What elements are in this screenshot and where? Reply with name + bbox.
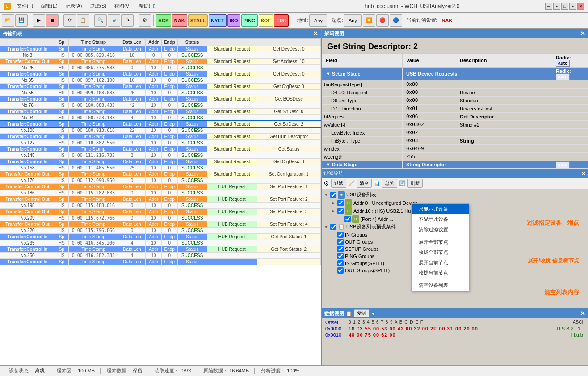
table-row[interactable]: Transfer:Control In Sp Time Stamp Data L… bbox=[0, 159, 321, 165]
fn-refresh-btn[interactable]: 刷新 bbox=[407, 179, 423, 188]
tree-cond-check-1[interactable] bbox=[337, 239, 344, 245]
tree-root-check[interactable] bbox=[330, 192, 336, 198]
fn-clear-btn[interactable]: 清空 bbox=[357, 179, 372, 188]
ctx-item-6[interactable]: 展开当前节点 bbox=[412, 258, 469, 268]
decode-table-container[interactable]: Field Value Description Radix: auto bbox=[322, 53, 588, 169]
tree-cond-check-0[interactable] bbox=[337, 232, 344, 238]
toolbar-sof[interactable]: SOF bbox=[259, 14, 273, 27]
hex-dropdown[interactable]: ▼ bbox=[371, 311, 375, 316]
toolbar-settings[interactable]: ⚙ bbox=[139, 14, 151, 27]
toolbar-doc[interactable]: 📋 bbox=[77, 14, 89, 27]
table-row[interactable]: No.108 HS 0:00.100.913.616 22 10 0 SUCCE… bbox=[0, 127, 321, 134]
table-row[interactable]: Transfer:Control In Sp Time Stamp Data L… bbox=[0, 259, 321, 265]
table-row[interactable]: No.158 HS 0:00.111.465.550 25 10 0 SUCCE… bbox=[0, 165, 321, 171]
trans-table[interactable]: Sp Time Stamp Data Len Addr Endp Status bbox=[0, 38, 321, 365]
table-row[interactable]: No.250 HS 0:00.416.582.383 4 10 0 SUCCES… bbox=[0, 253, 321, 259]
btn-close[interactable]: ✕ bbox=[577, 3, 584, 10]
toolbar-ping[interactable]: PING bbox=[241, 14, 258, 27]
toolbar-filter2[interactable]: 🔴 bbox=[376, 14, 389, 27]
toolbar-open[interactable]: 📂 bbox=[2, 14, 14, 27]
table-row[interactable]: Transfer:Control In Sp Time Stamp Data L… bbox=[0, 96, 321, 102]
btn-tile2[interactable]: ▪ bbox=[569, 3, 576, 10]
tree-root[interactable]: ▼ ⊕ USB设备列表 bbox=[323, 191, 586, 199]
toolbar-ack[interactable]: ACK bbox=[156, 14, 171, 27]
tree-cond-check-5[interactable] bbox=[337, 267, 344, 274]
table-row[interactable]: Transfer:Control In Sp Time Stamp Data L… bbox=[0, 109, 321, 115]
menu-record[interactable]: 记录(A) bbox=[62, 2, 86, 10]
table-row[interactable]: No.198 HS 0:00.115.488.016 0 10 0 SUCCES… bbox=[0, 203, 321, 209]
menu-file[interactable]: 文件(F) bbox=[13, 2, 37, 10]
table-row[interactable]: Transfer:Control In Sp Time Stamp Data L… bbox=[0, 234, 321, 240]
table-row[interactable]: Transfer:Control In Sp Time Stamp Data L… bbox=[0, 71, 321, 77]
toolbar-search[interactable]: 🔍 bbox=[94, 14, 107, 27]
ctx-item-1[interactable]: 不显示此设备 bbox=[412, 214, 469, 224]
radix-select[interactable]: auto bbox=[556, 60, 570, 67]
fn-overview-btn[interactable]: 总览 bbox=[382, 179, 397, 188]
table-row[interactable]: No.220 HS 0:00.115.796.866 0 10 0 SUCCES… bbox=[0, 228, 321, 234]
table-row[interactable]: Transfer:Control Out Sp Time Stamp Data … bbox=[0, 171, 321, 177]
radix-select2[interactable]: auto bbox=[556, 73, 570, 80]
table-row[interactable]: Transfer:Control In Sp Time Stamp Data L… bbox=[0, 46, 321, 52]
table-row[interactable]: Transfer:Control Out Sp Time Stamp Data … bbox=[0, 209, 321, 215]
toolbar-stall[interactable]: STALL bbox=[188, 14, 208, 27]
ctx-item-5[interactable]: 收拢全部节点 bbox=[412, 247, 469, 258]
tree-cond-check[interactable] bbox=[330, 224, 336, 230]
table-row[interactable]: Transfer:Control Out Sp Time Stamp Data … bbox=[0, 59, 321, 65]
radix-select3[interactable]: auto bbox=[556, 161, 570, 168]
table-row[interactable]: No.235 HS 0:00.416.345.200 4 10 0 SUCCES… bbox=[0, 240, 321, 246]
toolbar-usb[interactable]: ⊕ bbox=[108, 14, 120, 27]
table-row[interactable]: No.76 HS 0:00.100.088.433 42 10 0 SUCCES… bbox=[0, 102, 321, 109]
table-row[interactable]: Transfer:Control Out Sp Time Stamp Data … bbox=[0, 221, 321, 228]
tree-cond-check-4[interactable] bbox=[337, 260, 344, 266]
table-row[interactable]: No.55 HS 0:00.099.408.083 25 10 0 SUCCES… bbox=[0, 90, 321, 96]
table-row[interactable]: Transfer:Control In Sp Time Stamp Data L… bbox=[0, 121, 321, 127]
table-row[interactable]: Transfer:Control In Sp Time Stamp Data L… bbox=[0, 146, 321, 152]
table-row[interactable]: Transfer:Control Out Sp Time Stamp Data … bbox=[0, 184, 321, 190]
btn-maximize[interactable]: □ bbox=[561, 3, 568, 10]
menu-view[interactable]: 视图(V) bbox=[111, 2, 134, 10]
ctx-item-7[interactable]: 收拢当前节点 bbox=[412, 268, 469, 278]
table-row[interactable]: No.145 HS 0:00.111.216.733 2 10 0 SUCCES… bbox=[0, 152, 321, 159]
addr-input[interactable]: Any bbox=[309, 14, 327, 27]
ctx-item-2[interactable]: 清除过滤设置 bbox=[412, 224, 469, 235]
menu-edit[interactable]: 编辑(E) bbox=[38, 2, 61, 10]
filter-nav-close[interactable]: ✕ bbox=[581, 170, 586, 177]
table-row[interactable]: No.94 HS 0:00.100.723.133 4 10 0 SUCCESS bbox=[0, 115, 321, 121]
hex-copy-btn[interactable]: 复制 bbox=[354, 309, 369, 317]
tree-cond-check-2[interactable] bbox=[337, 246, 344, 252]
tree-check-1[interactable] bbox=[337, 208, 344, 214]
table-row[interactable]: Transfer:Control In Sp Time Stamp Data L… bbox=[0, 134, 321, 140]
decode-close[interactable]: ✕ bbox=[580, 30, 585, 37]
ctx-item-9[interactable]: 清空设备列表 bbox=[412, 280, 469, 291]
toolbar-refresh[interactable]: ⟳ bbox=[63, 14, 76, 27]
tree-check-2[interactable] bbox=[344, 216, 351, 222]
ctx-item-0[interactable]: 只显示此设备 bbox=[412, 204, 469, 214]
trans-list-close[interactable]: ✕ bbox=[313, 30, 318, 37]
section-expand[interactable]: ▼ bbox=[326, 71, 331, 76]
endp-input[interactable]: Any bbox=[344, 14, 362, 27]
toolbar-next[interactable]: ↷ bbox=[121, 14, 134, 27]
table-row[interactable]: No.127 HS 0:00.110.882.550 9 10 0 SUCCES… bbox=[0, 140, 321, 146]
toolbar-err[interactable]: ERR bbox=[274, 14, 289, 27]
toolbar-filter3[interactable]: 🔵 bbox=[390, 14, 402, 27]
table-row[interactable]: Transfer:Control In Sp Time Stamp Data L… bbox=[0, 246, 321, 253]
table-row[interactable]: Transfer:Control Out Sp Time Stamp Data … bbox=[0, 196, 321, 203]
tree-cond-check-3[interactable] bbox=[337, 253, 344, 259]
menu-help[interactable]: 帮助(H) bbox=[135, 2, 159, 10]
table-row[interactable]: No.25 HS 0:00.086.735.583 0 10 0 SUCCESS bbox=[0, 65, 321, 71]
toolbar-stop[interactable]: ⏹ bbox=[46, 14, 59, 27]
btn-tile[interactable]: ▪ bbox=[553, 3, 560, 10]
table-row[interactable]: No.186 HS 0:00.115.282.633 0 10 0 SUCCES… bbox=[0, 190, 321, 196]
tree-check-0[interactable] bbox=[337, 200, 344, 206]
table-row[interactable]: Transfer:Control In Sp Time Stamp Data L… bbox=[0, 84, 321, 90]
toolbar-filter1[interactable]: 🔽 bbox=[363, 14, 375, 27]
toolbar-nyet[interactable]: NYET bbox=[209, 14, 226, 27]
ctx-item-4[interactable]: 展开全部节点 bbox=[412, 237, 469, 247]
toolbar-save[interactable]: 💾 bbox=[15, 14, 28, 27]
table-row[interactable]: No.176 HS 0:00.112.090.950 0 10 0 SUCCES… bbox=[0, 177, 321, 184]
toolbar-play[interactable]: ▶ bbox=[33, 14, 45, 27]
toolbar-nak[interactable]: NAK bbox=[172, 14, 187, 27]
fn-filter-btn[interactable]: 过滤 bbox=[331, 179, 346, 188]
menu-filter[interactable]: 过滤(S) bbox=[86, 2, 110, 10]
toolbar-iso[interactable]: ISO bbox=[227, 14, 240, 27]
